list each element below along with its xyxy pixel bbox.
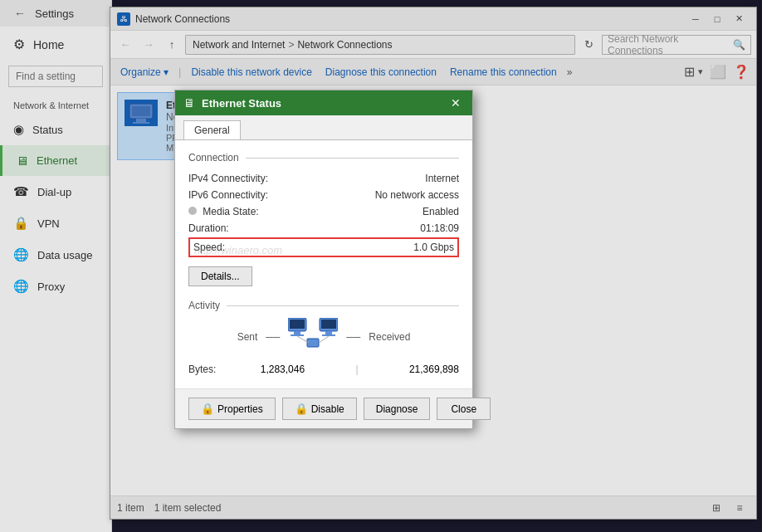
svg-rect-11 [322, 334, 335, 336]
arrow-left-icon: ── [346, 331, 360, 343]
details-btn-wrapper: Details... http://winaero.com [188, 258, 459, 286]
svg-line-14 [319, 336, 329, 343]
svg-rect-7 [291, 334, 304, 336]
svg-rect-12 [307, 339, 319, 347]
dialog-close-button[interactable]: ✕ [447, 95, 464, 111]
media-state-label: Media State: [188, 206, 259, 217]
svg-rect-5 [290, 320, 305, 329]
dialog-close-main-button[interactable]: Close [437, 398, 491, 420]
dialog-body: Connection IPv4 Connectivity: Internet I… [175, 140, 472, 388]
activity-section-header: Activity [188, 300, 459, 311]
arrow-right-icon: ── [266, 331, 280, 343]
dialog-title-icon: 🖥 [183, 96, 195, 110]
ipv4-row: IPv4 Connectivity: Internet [188, 170, 459, 187]
diagnose-button[interactable]: Diagnose [364, 398, 431, 420]
dialog-title-text: Ethernet Status [202, 97, 281, 110]
ipv6-row: IPv6 Connectivity: No network access [188, 187, 459, 203]
tab-general[interactable]: General [183, 120, 241, 139]
media-state-value: Enabled [423, 206, 459, 217]
bytes-label: Bytes: [188, 364, 216, 375]
bytes-row: Bytes: 1,283,046 | 21,369,898 [188, 362, 459, 377]
dialog-footer: 🔒 Properties 🔒 Disable Diagnose Close [175, 388, 472, 428]
svg-rect-10 [325, 331, 332, 334]
bytes-received-value: 21,369,898 [409, 364, 459, 375]
activity-section: Activity Sent ── [188, 300, 459, 377]
bytes-sent-value: 1,283,046 [261, 364, 305, 375]
activity-icons: Sent ── [188, 318, 459, 355]
ipv6-label: IPv6 Connectivity: [188, 189, 268, 201]
duration-row: Duration: 01:18:09 [188, 220, 459, 237]
details-button[interactable]: Details... [188, 266, 252, 286]
duration-label: Duration: [188, 222, 229, 234]
dialog-title-bar: 🖥 Ethernet Status ✕ [175, 90, 472, 115]
ipv6-value: No network access [375, 189, 459, 201]
svg-rect-9 [321, 320, 336, 329]
disable-button[interactable]: 🔒 Disable [282, 398, 357, 420]
disable-icon: 🔒 [295, 403, 308, 415]
properties-icon: 🔒 [201, 403, 214, 415]
dialog-tabs: General [175, 115, 472, 140]
speed-row: Speed: 1.0 Gbps [188, 237, 459, 257]
speed-label: Speed: [193, 242, 225, 253]
network-computers-icon [288, 318, 338, 355]
connection-section-header: Connection [188, 152, 459, 164]
dialog-title-left: 🖥 Ethernet Status [183, 96, 281, 110]
received-label: Received [369, 331, 410, 343]
svg-rect-6 [294, 331, 300, 334]
sent-label: Sent [237, 331, 258, 343]
ethernet-status-dialog: 🖥 Ethernet Status ✕ General Connection I… [174, 90, 473, 429]
properties-button[interactable]: 🔒 Properties [188, 398, 276, 420]
ipv4-value: Internet [425, 173, 459, 184]
speed-value: 1.0 Gbps [413, 242, 454, 253]
duration-value: 01:18:09 [420, 222, 459, 234]
media-state-row: Media State: Enabled [188, 203, 459, 220]
ipv4-label: IPv4 Connectivity: [188, 173, 268, 184]
